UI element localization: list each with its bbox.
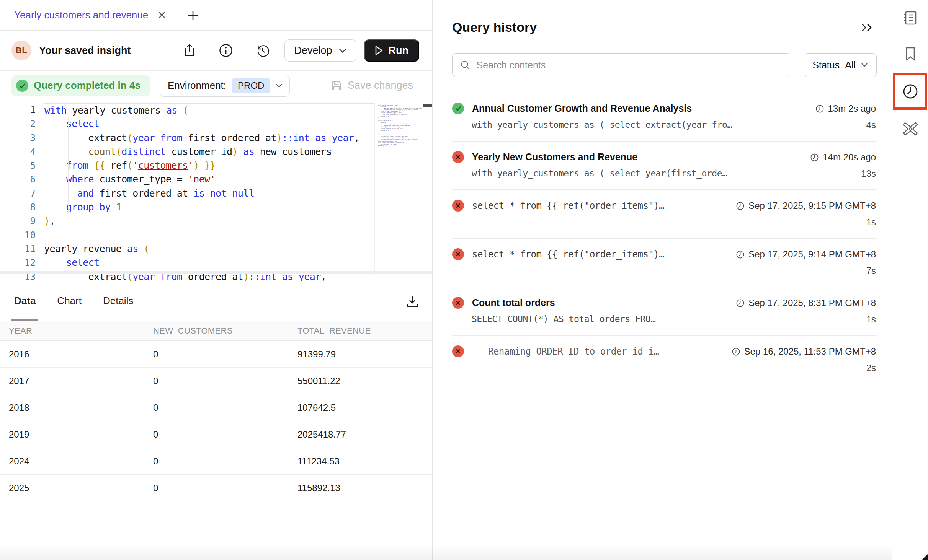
query-history-entry[interactable]: select * from {{ ref("order_items")…Sep …	[452, 239, 877, 287]
develop-button[interactable]: Develop	[284, 39, 356, 62]
table-cell: 2024	[0, 448, 144, 475]
success-icon	[452, 103, 464, 114]
double-chevron-right-icon	[861, 23, 874, 33]
table-cell: 2019	[0, 421, 144, 448]
column-header: NEW_CUSTOMERS	[144, 321, 289, 341]
results-tab-chart[interactable]: Chart	[57, 281, 82, 321]
query-snippet: with yearly_customers as ( select year(f…	[472, 168, 727, 179]
code-line: count(distinct customer_id) as new_custo…	[44, 145, 432, 159]
query-time: 14m 20s ago	[810, 151, 876, 163]
query-duration: 7s	[866, 265, 876, 276]
run-button[interactable]: Run	[364, 39, 419, 62]
chevron-down-icon	[861, 63, 868, 67]
results-tab-details[interactable]: Details	[103, 281, 133, 321]
compass-icon	[902, 120, 919, 137]
code-line: from {{ ref('customers') }}	[44, 159, 432, 173]
table-row: 20240111234.53	[0, 448, 432, 475]
query-title: Count total orders	[472, 297, 555, 308]
version-history-button[interactable]	[255, 43, 270, 58]
editor-panel: Yearly customers and revenue ✕ BL Your s…	[0, 0, 433, 560]
share-button[interactable]	[183, 43, 196, 58]
table-cell: 107642.5	[289, 394, 432, 421]
clock-icon	[815, 104, 824, 113]
version-history-icon	[255, 43, 270, 58]
compass-tool-button[interactable]	[892, 111, 928, 147]
table-cell: 2016	[0, 341, 144, 368]
error-icon	[452, 297, 464, 309]
query-history-entry[interactable]: -- Renaming ORDER_ID to order_id i…Sep 1…	[452, 336, 877, 384]
query-time-text: Sep 17, 2025, 9:14 PM GMT+8	[748, 249, 876, 260]
close-icon[interactable]: ✕	[156, 9, 168, 21]
query-duration: 1s	[866, 217, 876, 228]
clock-icon	[736, 299, 745, 308]
line-number: 2	[0, 117, 36, 131]
query-history-entry[interactable]: select * from {{ ref("order_items")…Sep …	[452, 190, 877, 239]
notebook-tool-button[interactable]	[892, 0, 928, 36]
query-duration: 2s	[866, 363, 876, 373]
code-line: where customer_type = 'new'	[44, 173, 432, 186]
query-time-text: Sep 17, 2025, 9:15 PM GMT+8	[748, 200, 876, 211]
results-tab-data[interactable]: Data	[14, 281, 36, 321]
environment-selector[interactable]: Environment: PROD	[160, 75, 290, 97]
clock-history-icon	[902, 83, 919, 100]
line-number: 3	[0, 131, 36, 145]
table-cell: 2025418.77	[289, 421, 432, 448]
info-icon	[219, 43, 233, 58]
clock-icon	[736, 202, 745, 210]
query-history-entry[interactable]: Count total ordersSep 17, 2025, 8:31 PM …	[452, 287, 877, 336]
indent-guide	[68, 117, 69, 214]
table-cell: 0	[144, 475, 289, 501]
query-time: Sep 17, 2025, 9:14 PM GMT+8	[736, 248, 876, 260]
info-button[interactable]	[219, 43, 233, 58]
search-input[interactable]	[477, 60, 784, 71]
chevron-down-icon	[276, 83, 283, 88]
new-tab-button[interactable]	[186, 9, 199, 22]
develop-label: Develop	[294, 45, 332, 57]
query-history-entry[interactable]: Annual Customer Growth and Revenue Analy…	[452, 93, 877, 142]
floppy-icon	[331, 80, 342, 91]
active-tool-highlight	[893, 73, 927, 110]
save-changes-button[interactable]: Save changes	[331, 80, 413, 91]
tab-yearly-customers[interactable]: Yearly customers and revenue ✕	[0, 0, 178, 30]
notebook-icon	[902, 10, 918, 26]
status-filter-value: All	[845, 60, 856, 71]
code-line: ),	[44, 214, 432, 228]
search-box[interactable]	[452, 53, 791, 77]
download-button[interactable]	[405, 294, 419, 308]
chevron-down-icon	[338, 48, 347, 53]
line-number: 5	[0, 159, 36, 173]
results-tabs-container: DataChartDetails	[14, 281, 155, 321]
line-number: 6	[0, 173, 36, 186]
query-history-tool-button[interactable]	[902, 83, 919, 100]
results-tab-bar: DataChartDetails	[0, 281, 432, 321]
query-history-title: Query history	[452, 20, 537, 35]
table-row: 201902025418.77	[0, 421, 432, 448]
code-line: extract(year from ordered_at)::int as ye…	[44, 270, 432, 281]
editor-minimap[interactable]: with yearly_customers as ( select extrac…	[374, 103, 422, 275]
query-title: select * from {{ ref("order_items")…	[472, 200, 664, 211]
environment-label: Environment:	[168, 80, 226, 91]
tool-rail	[892, 0, 928, 560]
line-number: 8	[0, 200, 36, 214]
editor-scrollbar[interactable]	[422, 100, 432, 274]
scrollbar-thumb[interactable]	[423, 104, 432, 107]
table-cell: 0	[144, 448, 289, 475]
editor-gutter: 12345678910111213	[0, 103, 44, 281]
bookmark-icon	[903, 46, 917, 62]
query-title: -- Renaming ORDER_ID to order_id i…	[472, 346, 659, 357]
line-number: 9	[0, 214, 36, 228]
code-line: group by 1	[44, 200, 432, 214]
status-filter-button[interactable]: Status All	[804, 53, 877, 77]
play-icon	[375, 46, 383, 55]
bookmark-tool-button[interactable]	[892, 36, 928, 72]
collapse-panel-button[interactable]	[861, 23, 874, 33]
table-cell: 111234.53	[289, 448, 432, 475]
table-cell: 115892.13	[289, 475, 432, 501]
query-history-entry[interactable]: Yearly New Customers and Revenue14m 20s …	[452, 142, 877, 190]
table-cell: 2018	[0, 394, 144, 421]
query-history-panel: Query history Status All Annual Customer…	[434, 0, 892, 560]
sql-editor[interactable]: 12345678910111213 with yearly_customers …	[0, 100, 432, 281]
environment-value: PROD	[232, 78, 270, 93]
tab-bar: Yearly customers and revenue ✕	[0, 0, 432, 31]
table-row: 2016091399.79	[0, 341, 432, 368]
